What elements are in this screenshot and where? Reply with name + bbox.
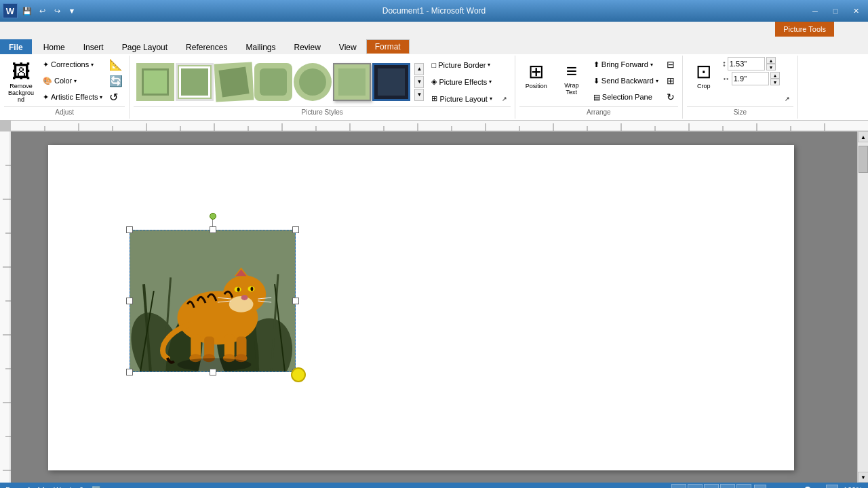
- gallery-scroll: ▲ ▼ ▼: [414, 63, 424, 101]
- close-button[interactable]: ✕: [846, 3, 865, 18]
- style-item-7[interactable]: [372, 63, 410, 101]
- full-reading-btn[interactable]: ⊞: [688, 484, 703, 488]
- redo-btn[interactable]: ↪: [50, 4, 64, 18]
- gallery-scroll-down[interactable]: ▼: [414, 76, 424, 88]
- handle-mid-left[interactable]: [126, 298, 133, 304]
- picture-border-button[interactable]: □ Picture Border ▾: [428, 58, 495, 73]
- svg-point-6: [299, 68, 326, 96]
- wrap-text-button[interactable]: ≡ WrapText: [555, 57, 589, 99]
- tab-file[interactable]: File: [0, 39, 32, 54]
- picture-layout-button[interactable]: ⊞ Picture Layout ▾: [428, 92, 495, 106]
- cursor-indicator: [291, 367, 306, 382]
- picture-border-icon: □: [431, 61, 436, 69]
- width-down[interactable]: ▼: [770, 79, 780, 85]
- zoom-controls: − + 120%: [754, 485, 863, 488]
- picture-effects-button[interactable]: ◈ Picture Effects ▾: [428, 75, 495, 89]
- maximize-button[interactable]: □: [826, 3, 845, 18]
- style-item-2[interactable]: [176, 63, 214, 101]
- doc-scroll-area[interactable]: [11, 131, 857, 483]
- bring-forward-button[interactable]: ⬆ Bring Forward ▾: [590, 57, 662, 72]
- customize-btn[interactable]: ▼: [65, 4, 79, 18]
- picture-effects-icon: ◈: [431, 77, 437, 86]
- tab-insert[interactable]: Insert: [75, 39, 113, 54]
- artistic-effects-icon: ✦: [43, 93, 49, 102]
- svg-point-61: [229, 296, 254, 312]
- rotate-handle[interactable]: [210, 213, 216, 220]
- tiger-image[interactable]: [130, 230, 296, 372]
- tiger-image-container[interactable]: [130, 230, 296, 372]
- height-icon: ↕: [722, 59, 726, 68]
- tab-mailings[interactable]: Mailings: [237, 39, 284, 54]
- handle-bot-mid[interactable]: [210, 369, 216, 375]
- color-icon: 🎨: [43, 77, 52, 85]
- width-up[interactable]: ▲: [770, 72, 780, 79]
- adjust-small-buttons: ✦ Corrections ▾ 🎨 Color ▾ ✦ Artistic Eff…: [39, 57, 106, 104]
- tab-format[interactable]: Format: [366, 39, 410, 54]
- scroll-thumb[interactable]: [859, 146, 868, 173]
- ribbon-tabs: File Home Insert Page Layout References …: [0, 37, 868, 54]
- remove-background-label: Remove Background: [7, 83, 35, 103]
- tab-view[interactable]: View: [330, 39, 366, 54]
- scroll-track[interactable]: [858, 142, 868, 472]
- handle-top-mid[interactable]: [210, 226, 216, 233]
- crop-label: Crop: [697, 83, 711, 89]
- selection-pane-button[interactable]: ▤ Selection Pane: [590, 89, 662, 104]
- vertical-scrollbar[interactable]: ▲ ▼: [857, 131, 868, 483]
- crop-button[interactable]: ⊡ Crop: [687, 57, 721, 93]
- picture-styles-launcher[interactable]: ↗: [498, 92, 511, 106]
- position-button[interactable]: ⊞ Position: [519, 57, 553, 93]
- rotate-button[interactable]: ↻: [663, 89, 678, 104]
- adjust-group: 🖼 Remove Background ✦ Corrections ▾ 🎨 Co…: [0, 56, 130, 119]
- tab-home[interactable]: Home: [35, 39, 74, 54]
- height-down[interactable]: ▼: [766, 64, 776, 70]
- handle-mid-right[interactable]: [292, 298, 299, 304]
- draft-btn[interactable]: ≣: [736, 484, 751, 488]
- width-input[interactable]: [732, 72, 769, 85]
- undo-btn[interactable]: ↩: [35, 4, 49, 18]
- style-item-6[interactable]: [333, 63, 371, 101]
- compress-pictures-button[interactable]: 📐: [107, 57, 125, 72]
- scroll-down-button[interactable]: ▼: [858, 472, 868, 483]
- gallery-scroll-up[interactable]: ▲: [414, 63, 424, 75]
- tab-page-layout[interactable]: Page Layout: [113, 39, 176, 54]
- zoom-in-button[interactable]: +: [826, 485, 838, 488]
- view-buttons: ⊡ ⊞ ⊟ ≡ ≣: [671, 484, 751, 488]
- picture-tools-bar: Picture Tools: [0, 22, 868, 37]
- web-layout-btn[interactable]: ⊟: [704, 484, 719, 488]
- artistic-effects-button[interactable]: ✦ Artistic Effects ▾: [39, 89, 106, 104]
- style-item-1[interactable]: [136, 63, 174, 101]
- color-button[interactable]: 🎨 Color ▾: [39, 73, 106, 88]
- document-title: Document1 - Microsoft Word: [382, 6, 486, 16]
- height-input[interactable]: [728, 57, 765, 70]
- align-button[interactable]: ⊟: [663, 57, 678, 72]
- zoom-out-button[interactable]: −: [754, 485, 766, 488]
- save-btn[interactable]: 💾: [20, 4, 34, 18]
- tab-references[interactable]: References: [177, 39, 236, 54]
- outline-btn[interactable]: ≡: [720, 484, 735, 488]
- corrections-button[interactable]: ✦ Corrections ▾: [39, 57, 106, 72]
- height-up[interactable]: ▲: [766, 57, 776, 64]
- status-left: Page: 1 of 1 Words: 0 🔤: [5, 486, 101, 489]
- handle-top-right[interactable]: [292, 226, 299, 233]
- change-picture-button[interactable]: 🔄: [107, 73, 125, 88]
- picture-style-extra-buttons: □ Picture Border ▾ ◈ Picture Effects ▾ ⊞…: [428, 58, 495, 106]
- style-item-3[interactable]: [214, 62, 254, 102]
- status-bar: Page: 1 of 1 Words: 0 🔤 ⊡ ⊞ ⊟ ≡ ≣ − + 12…: [0, 483, 868, 488]
- tab-review[interactable]: Review: [285, 39, 329, 54]
- send-backward-button[interactable]: ⬇ Send Backward ▾: [590, 73, 662, 88]
- handle-top-left[interactable]: [126, 226, 133, 233]
- remove-background-button[interactable]: 🖼 Remove Background: [4, 57, 38, 106]
- corrections-arrow: ▾: [91, 62, 94, 68]
- print-layout-btn[interactable]: ⊡: [671, 484, 686, 488]
- handle-bot-left[interactable]: [126, 369, 133, 375]
- size-launcher[interactable]: ↗: [781, 92, 793, 106]
- style-item-5[interactable]: [294, 63, 332, 101]
- svg-point-74: [241, 295, 248, 300]
- group-button[interactable]: ⊞: [663, 73, 678, 88]
- minimize-button[interactable]: ─: [806, 3, 825, 18]
- svg-point-73: [250, 287, 253, 291]
- reset-picture-button[interactable]: ↺: [107, 89, 125, 104]
- scroll-up-button[interactable]: ▲: [858, 131, 868, 142]
- style-item-4[interactable]: [254, 63, 292, 101]
- gallery-scroll-more[interactable]: ▼: [414, 89, 424, 101]
